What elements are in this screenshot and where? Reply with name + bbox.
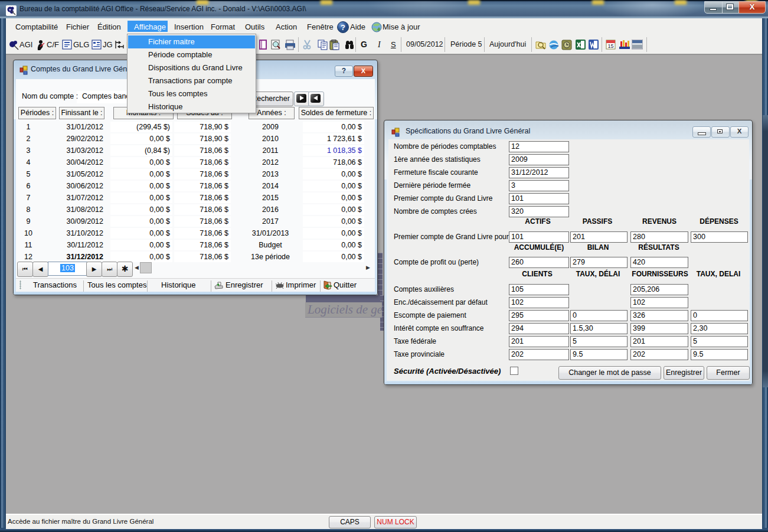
svg-text:?: ? — [341, 23, 345, 32]
svg-text:15: 15 — [607, 43, 613, 49]
